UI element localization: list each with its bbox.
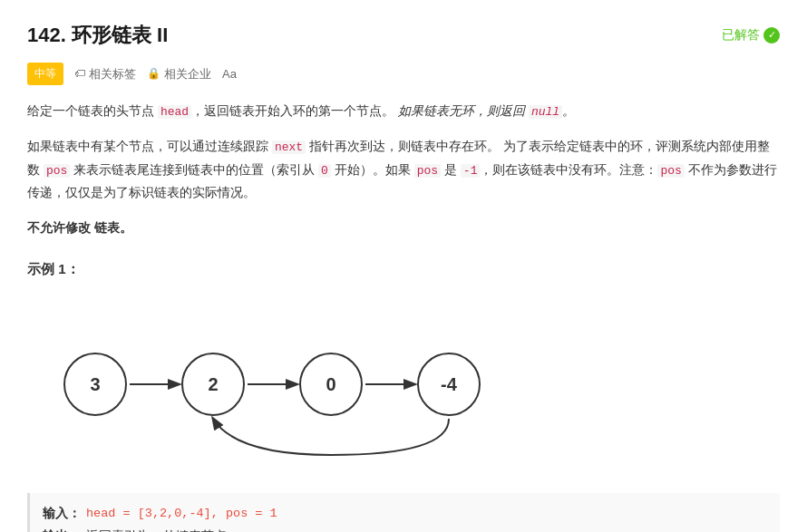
company-label: 相关企业 (164, 64, 211, 84)
company-tag-link[interactable]: 🔒 相关企业 (147, 64, 211, 84)
font-label: Aa (222, 64, 237, 84)
tag-icon: 🏷 (74, 64, 85, 82)
output-text: 返回索引为 1 的链表节点 (86, 525, 227, 532)
input-line: 输入： head = [3,2,0,-4], pos = 1 (43, 502, 767, 526)
inline-zero: 0 (318, 164, 331, 178)
tags-row: 中等 🏷 相关标签 🔒 相关企业 Aa (27, 63, 780, 84)
inline-pos2: pos (414, 164, 441, 178)
node-2: 2 (181, 353, 245, 416)
font-tag-link[interactable]: Aa (222, 64, 237, 84)
inline-neg1: -1 (461, 164, 481, 178)
lock-icon: 🔒 (147, 64, 160, 82)
example-title: 示例 1： (27, 257, 780, 281)
node-3: 0 (299, 353, 363, 416)
difficulty-tag[interactable]: 中等 (27, 63, 63, 84)
inline-null: null (529, 105, 562, 119)
node-2-value: 2 (208, 369, 218, 400)
inline-pos3: pos (657, 164, 684, 178)
node-4-value: -4 (441, 369, 457, 400)
arrow-4-2 (213, 419, 449, 455)
page-title: 142. 环形链表 II (27, 18, 168, 52)
page-header: 142. 环形链表 II 已解答 ✓ (27, 18, 780, 52)
input-label: 输入： (43, 502, 81, 526)
inline-pos: pos (44, 164, 70, 178)
input-value: head = [3,2,0,-4], pos = 1 (86, 502, 277, 526)
inline-head: head (158, 105, 191, 119)
node-1-value: 3 (90, 369, 100, 400)
node-1: 3 (63, 353, 127, 416)
diagram: 3 2 0 -4 (36, 294, 544, 475)
no-modify-text: 不允许修改 链表。 (27, 217, 780, 239)
solved-label: 已解答 (722, 24, 760, 46)
inline-next: next (272, 140, 306, 154)
related-tags-label: 相关标签 (89, 64, 136, 84)
description-2: 如果链表中有某个节点，可以通过连续跟踪 next 指针再次到达，则链表中存在环。… (27, 135, 780, 204)
solved-status: 已解答 ✓ (722, 24, 780, 46)
node-3-value: 0 (326, 369, 335, 400)
output-line: 输出： 返回索引为 1 的链表节点 (43, 525, 767, 532)
node-4: -4 (417, 353, 481, 416)
check-icon: ✓ (763, 27, 780, 44)
related-tags-link[interactable]: 🏷 相关标签 (74, 64, 136, 84)
output-label: 输出： (43, 525, 81, 532)
description-1: 给定一个链表的头节点 head，返回链表开始入环的第一个节点。 如果链表无环，则… (27, 100, 780, 122)
io-block: 输入： head = [3,2,0,-4], pos = 1 输出： 返回索引为… (27, 493, 780, 532)
